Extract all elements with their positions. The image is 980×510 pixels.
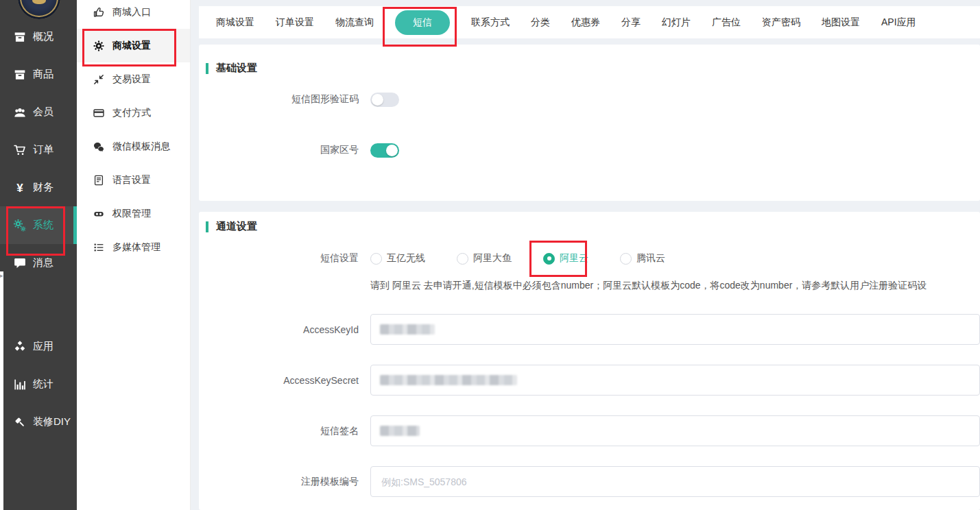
radio-huyi-wireless[interactable]: 互亿无线 <box>370 252 425 265</box>
field-label: 国家区号 <box>199 144 370 156</box>
basic-settings-card: 基础设置 短信图形验证码 国家区号 <box>199 45 980 201</box>
sms-captcha-row: 短信图形验证码 <box>199 80 980 119</box>
field-label: 短信图形验证码 <box>199 93 370 106</box>
sidebar-item-diy[interactable]: 装修DIY <box>0 403 77 441</box>
submenu-item-label: 交易设置 <box>112 73 151 86</box>
tab-share[interactable]: 分享 <box>621 10 641 35</box>
radio-label: 阿里云 <box>560 252 588 265</box>
sidebar-item-label: 概况 <box>33 30 53 43</box>
submenu-item-label: 微信模板消息 <box>112 141 170 153</box>
submenu-item-label: 语言设置 <box>112 174 151 186</box>
settings-tabbar: 商城设置 订单设置 物流查询 短信 联系方式 分类 优惠券 分享 幻灯片 广告位… <box>199 6 980 38</box>
radio-circle-icon <box>370 253 382 265</box>
register-template-row: 注册模板编号 <box>199 466 980 497</box>
submenu-item-permissions[interactable]: 权限管理 <box>77 197 190 230</box>
sidebar-item-label: 装修DIY <box>33 415 71 428</box>
sidebar-item-label: 财务 <box>33 181 53 194</box>
tab-coupon[interactable]: 优惠券 <box>571 10 600 35</box>
tab-order-settings[interactable]: 订单设置 <box>276 10 314 35</box>
sidebar-item-apps[interactable]: 应用 <box>0 328 77 365</box>
accesskeyid-input[interactable] <box>370 314 980 345</box>
submenu-item-label: 支付方式 <box>112 107 151 119</box>
sidebar-item-members[interactable]: 会员 <box>0 93 77 131</box>
register-template-input[interactable] <box>380 476 979 488</box>
primary-sidebar: 概况 商品 会员 订单 ¥ 财务 <box>0 0 77 510</box>
masked-value <box>380 426 420 436</box>
sidebar-item-label: 系统 <box>33 219 53 232</box>
submenu-item-payment-methods[interactable]: 支付方式 <box>77 96 190 130</box>
accesskeysecret-row: AccessKeySecret <box>199 365 980 396</box>
radio-circle-icon <box>620 253 632 265</box>
field-label: 短信签名 <box>199 425 370 437</box>
channel-settings-card: 通道设置 短信设置 互亿无线 阿里大鱼 阿里云 腾讯云 <box>199 212 980 510</box>
submenu-item-trade-settings[interactable]: 交易设置 <box>77 62 190 96</box>
thumbs-up-icon <box>93 7 104 18</box>
basic-section-header: 基础设置 <box>199 45 980 75</box>
radio-alidayu[interactable]: 阿里大鱼 <box>457 252 512 265</box>
language-doc-icon <box>93 175 104 186</box>
tab-slideshow[interactable]: 幻灯片 <box>662 10 691 35</box>
sidebar-item-finance[interactable]: ¥ 财务 <box>0 169 77 206</box>
sidebar-item-label: 统计 <box>33 378 53 391</box>
sidebar-item-stats[interactable]: 统计 <box>0 365 77 403</box>
submenu-item-language-settings[interactable]: 语言设置 <box>77 163 190 197</box>
goods-box-icon <box>14 69 26 81</box>
sidebar-item-goods[interactable]: 商品 <box>0 56 77 93</box>
wechat-icon <box>93 141 104 152</box>
section-title: 基础设置 <box>216 62 257 75</box>
tab-asset-password[interactable]: 资产密码 <box>762 10 800 35</box>
submenu-item-wechat-template[interactable]: 微信模板消息 <box>77 130 190 163</box>
tab-api-app[interactable]: API应用 <box>881 10 916 35</box>
submenu-item-media[interactable]: 多媒体管理 <box>77 230 190 264</box>
system-gears-icon <box>14 219 26 232</box>
app-logo[interactable] <box>18 0 60 19</box>
tab-sms[interactable]: 短信 <box>395 10 450 35</box>
submenu-item-label: 商城入口 <box>112 6 151 19</box>
tab-contact[interactable]: 联系方式 <box>471 10 510 35</box>
radio-tencent-cloud[interactable]: 腾讯云 <box>620 252 665 265</box>
stats-chart-icon <box>14 378 26 391</box>
section-accent-bar <box>206 221 208 232</box>
aliyun-help-text: 请到 阿里云 去申请开通,短信模板中必须包含number；阿里云默认模板为cod… <box>199 280 980 292</box>
admin-app: 概况 商品 会员 订单 ¥ 财务 <box>0 0 980 510</box>
section-title: 通道设置 <box>216 220 257 233</box>
tab-mall-settings[interactable]: 商城设置 <box>216 10 254 35</box>
field-label: 注册模板编号 <box>199 476 370 488</box>
secondary-sidebar: 商城入口 商城设置 交易设置 支付方式 微信模板消息 语言设置 权限管理 多媒 <box>77 0 191 510</box>
submenu-item-mall-settings[interactable]: 商城设置 <box>77 29 190 62</box>
sms-captcha-toggle[interactable] <box>370 93 399 107</box>
section-accent-bar <box>206 63 208 74</box>
diy-gavel-icon <box>14 416 26 428</box>
country-code-toggle[interactable] <box>370 143 399 158</box>
radio-aliyun[interactable]: 阿里云 <box>543 252 588 265</box>
sidebar-item-overview[interactable]: 概况 <box>0 18 77 56</box>
country-code-row: 国家区号 <box>199 131 980 169</box>
tab-logistics-query[interactable]: 物流查询 <box>335 10 374 35</box>
trade-arrows-icon <box>93 74 104 85</box>
sms-provider-radio-group: 互亿无线 阿里大鱼 阿里云 腾讯云 <box>370 252 665 265</box>
sidebar-item-messages[interactable]: 消息 <box>0 244 77 282</box>
gear-icon <box>93 40 104 51</box>
tab-map-settings[interactable]: 地图设置 <box>822 10 860 35</box>
sms-signature-input[interactable] <box>370 415 980 446</box>
submenu-item-mall-entrance[interactable]: 商城入口 <box>77 0 190 29</box>
field-label: AccessKeyId <box>199 324 370 335</box>
members-icon <box>14 106 26 119</box>
tab-ad-space[interactable]: 广告位 <box>712 10 741 35</box>
credit-card-icon <box>93 108 104 119</box>
sidebar-item-system[interactable]: 系统 <box>0 206 77 244</box>
submenu-item-label: 商城设置 <box>112 40 151 52</box>
channel-section-header: 通道设置 <box>199 212 980 233</box>
accesskeysecret-input[interactable] <box>370 365 980 396</box>
sidebar-item-label: 消息 <box>33 256 53 269</box>
sidebar-item-orders[interactable]: 订单 <box>0 131 77 169</box>
tab-category[interactable]: 分类 <box>531 10 550 35</box>
accesskeyid-row: AccessKeyId <box>199 314 980 345</box>
radio-label: 阿里大鱼 <box>473 252 512 265</box>
radio-label: 腾讯云 <box>636 252 665 265</box>
sms-signature-row: 短信签名 <box>199 415 980 446</box>
panel-collapse-handle[interactable]: ▸ <box>0 271 3 510</box>
sidebar-item-label: 商品 <box>33 68 53 81</box>
submenu-item-label: 权限管理 <box>112 208 151 220</box>
field-label: AccessKeySecret <box>199 375 370 386</box>
